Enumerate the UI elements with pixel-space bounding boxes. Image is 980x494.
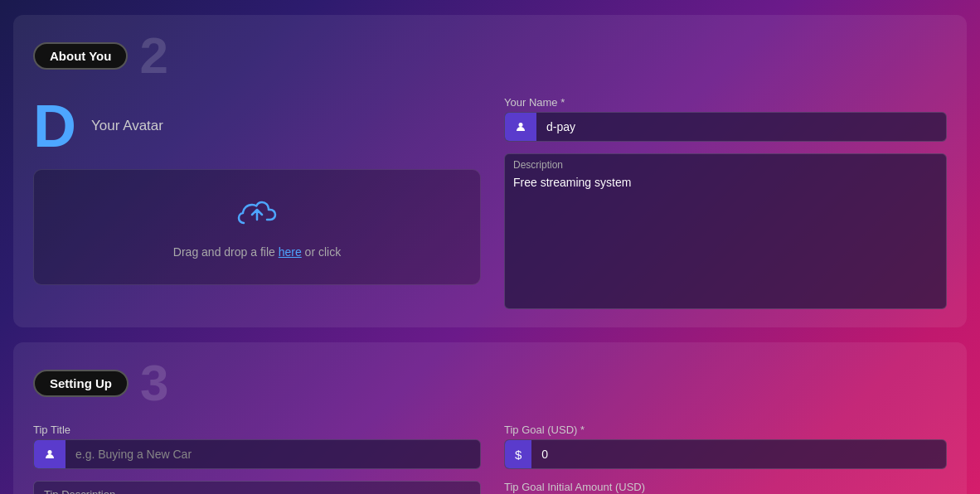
svg-point-1 <box>48 450 52 454</box>
setup-left-panel: Tip Title Tip Description <box>33 424 481 494</box>
upload-icon <box>237 196 277 237</box>
tip-goal-initial-label: Tip Goal Initial Amount (USD) <box>504 481 947 493</box>
about-you-number: 2 <box>139 30 167 81</box>
upload-instructions: Drag and drop a file here or click <box>173 245 341 259</box>
setup-right-panel: Tip Goal (USD) * $ Tip Goal Initial Amou… <box>504 424 947 494</box>
name-input-group <box>504 112 947 142</box>
about-you-header: About You 2 <box>33 30 947 81</box>
avatar-label: Your Avatar <box>91 118 163 134</box>
svg-point-0 <box>519 123 523 127</box>
tip-goal-dollar-icon: $ <box>505 440 531 468</box>
description-label: Description <box>505 154 946 172</box>
setting-up-number: 3 <box>140 357 168 409</box>
avatar-letter: D <box>33 96 76 156</box>
about-you-left-panel: D Your Avatar Drag and drop a file here … <box>33 96 481 309</box>
setting-up-header: Setting Up 3 <box>33 357 947 409</box>
setting-up-badge: Setting Up <box>33 370 129 397</box>
about-you-right-panel: Your Name * Description Free streaming s… <box>504 96 947 309</box>
name-input[interactable] <box>536 113 946 141</box>
tip-goal-input-group: $ <box>504 439 947 469</box>
avatar-row: D Your Avatar <box>33 96 481 156</box>
upload-drag-text: Drag and drop a file <box>173 245 279 259</box>
tip-description-wrap: Tip Description <box>33 481 481 494</box>
upload-here-link[interactable]: here <box>279 245 302 259</box>
name-field-block: Your Name * <box>504 96 947 142</box>
description-textarea[interactable]: Free streaming system <box>505 172 946 305</box>
about-you-badge: About You <box>33 42 128 70</box>
about-you-content: D Your Avatar Drag and drop a file here … <box>33 96 947 309</box>
description-field-block: Description Free streaming system <box>504 153 947 309</box>
name-label: Your Name * <box>504 96 947 109</box>
tip-goal-initial-field-block: Tip Goal Initial Amount (USD) $ <box>504 481 947 494</box>
name-icon <box>505 113 536 141</box>
tip-title-field-block: Tip Title <box>33 424 481 469</box>
setting-up-content: Tip Title Tip Description Tip Goal (USD)… <box>33 424 947 494</box>
about-you-section: About You 2 D Your Avatar Drag and drop … <box>13 15 967 327</box>
tip-goal-label: Tip Goal (USD) * <box>504 424 947 436</box>
setting-up-section: Setting Up 3 Tip Title Tip Description T <box>13 342 967 494</box>
tip-goal-field-block: Tip Goal (USD) * $ <box>504 424 947 469</box>
upload-zone[interactable]: Drag and drop a file here or click <box>33 169 481 285</box>
tip-title-input-group <box>33 439 481 469</box>
tip-title-input[interactable] <box>65 440 480 468</box>
description-textarea-wrap: Description Free streaming system <box>504 153 947 309</box>
tip-goal-input[interactable] <box>531 440 946 468</box>
tip-description-label: Tip Description <box>34 482 480 494</box>
upload-or-text: or click <box>302 245 341 259</box>
tip-title-icon <box>34 440 65 468</box>
tip-title-label: Tip Title <box>33 424 481 436</box>
